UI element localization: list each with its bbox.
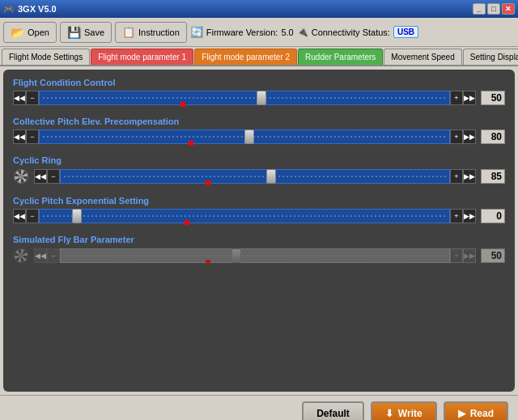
slider-dec-btn[interactable]: − (26, 129, 39, 144)
read-button[interactable]: ▶ Read (444, 401, 508, 421)
flight-condition-value: 50 (481, 91, 505, 105)
tab-bar: Flight Mode Settings Flight mode paramet… (0, 47, 518, 66)
usb-badge: USB (393, 26, 418, 38)
firmware-version: 5.0 (281, 28, 293, 37)
minimize-btn[interactable]: _ (473, 3, 486, 15)
cyclic-pitch-exp-label: Cyclic Pitch Exponential Setting (13, 196, 505, 206)
cyclic-pitch-exp-section: Cyclic Pitch Exponential Setting ◀◀ − + … (13, 196, 505, 223)
cyclic-ring-thumb[interactable] (266, 169, 276, 184)
flight-condition-label: Flight Condition Control (13, 78, 505, 87)
slider-dec-btn[interactable]: − (26, 209, 39, 223)
default-label: Default (316, 408, 350, 419)
instruction-button[interactable]: 📋 Instruction (115, 22, 187, 43)
instruction-label: Instruction (138, 28, 180, 37)
tab-label: Flight Mode Settings (9, 53, 83, 62)
slider-end-btn[interactable]: ▶▶ (463, 91, 476, 105)
slider-inc-btn[interactable]: + (450, 169, 463, 184)
write-icon: ⬇ (385, 408, 393, 419)
red-marker (206, 180, 210, 185)
cyclic-ring-section: Cyclic Ring ◀◀ − + ▶▶ 85 (13, 155, 505, 185)
app-icon: 🎮 (3, 4, 15, 15)
write-label: Write (398, 408, 422, 419)
slider-dec-btn[interactable]: − (47, 169, 60, 184)
cyclic-ring-row: ◀◀ − + ▶▶ 85 (13, 168, 505, 185)
connectivity-arrow-icon: 🔌 (297, 27, 308, 37)
maximize-btn[interactable]: □ (487, 3, 500, 15)
toolbar: 📂 Open 💾 Save 📋 Instruction 🔄 Firmware V… (0, 18, 518, 47)
app-title: 3GX V5.0 (18, 4, 57, 14)
red-marker (206, 260, 210, 265)
track-dots (43, 216, 446, 217)
slider-start-btn[interactable]: ◀◀ (13, 209, 26, 223)
tab-setting-display[interactable]: Setting Display (463, 49, 518, 65)
folder-icon: 📂 (11, 26, 24, 39)
tab-flight-mode-param-2[interactable]: Flight mode parameter 2 (194, 49, 297, 65)
collective-pitch-thumb[interactable] (244, 129, 254, 144)
cyclic-pitch-exp-value: 0 (481, 209, 505, 223)
tab-flight-mode-param-1[interactable]: Flight mode parameter 1 (91, 49, 193, 65)
cyclic-pitch-exp-track[interactable] (39, 209, 450, 223)
track-dots (64, 176, 446, 177)
collective-pitch-row: ◀◀ − + ▶▶ 80 (13, 129, 505, 144)
flight-condition-thumb[interactable] (257, 91, 266, 105)
open-label: Open (28, 28, 49, 37)
simulated-flybar-icon[interactable] (13, 248, 29, 264)
slider-end-btn[interactable]: ▶▶ (463, 169, 476, 184)
cyclic-ring-controls: ◀◀ − + ▶▶ (34, 169, 476, 184)
title-bar: 🎮 3GX V5.0 _ □ ✕ (0, 0, 518, 18)
tab-flight-mode-settings[interactable]: Flight Mode Settings (2, 49, 90, 65)
slider-start-btn[interactable]: ◀◀ (34, 169, 47, 184)
bottom-bar: Default ⬇ Write ▶ Read (0, 395, 518, 420)
slider-end-btn[interactable]: ▶▶ (463, 129, 476, 144)
save-button[interactable]: 💾 Save (60, 22, 112, 43)
firmware-text: Firmware Version: (206, 28, 278, 37)
open-button[interactable]: 📂 Open (3, 22, 57, 43)
connectivity-text: Connectivity Status: (312, 28, 390, 37)
gear-icon (14, 248, 28, 263)
track-dots (64, 256, 446, 257)
slider-inc-btn[interactable]: + (450, 129, 463, 144)
slider-dec-btn[interactable]: − (26, 91, 39, 105)
gear-icon (14, 169, 28, 184)
cyclic-ring-track[interactable] (60, 169, 450, 184)
collective-pitch-track[interactable] (39, 129, 450, 144)
flight-condition-track[interactable] (39, 91, 450, 105)
cyclic-pitch-exp-thumb[interactable] (72, 209, 82, 223)
instruction-icon: 📋 (122, 26, 135, 38)
save-label: Save (84, 28, 104, 37)
slider-inc-btn[interactable]: + (450, 91, 463, 105)
tab-label: Movement Speed (391, 53, 454, 62)
cyclic-ring-label: Cyclic Ring (13, 155, 505, 165)
flight-condition-row: ◀◀ − + ▶▶ 50 (13, 91, 505, 105)
tab-movement-speed[interactable]: Movement Speed (384, 49, 461, 65)
collective-pitch-controls: ◀◀ − + ▶▶ (13, 129, 476, 144)
firmware-icon: 🔄 (190, 26, 203, 38)
simulated-flybar-label: Simulated Fly Bar Parameter (13, 235, 505, 244)
save-icon: 💾 (67, 26, 81, 39)
slider-dec-btn: − (47, 248, 60, 263)
tab-rudder-parameters[interactable]: Rudder Parameters (298, 49, 383, 65)
collective-pitch-value: 80 (481, 129, 505, 144)
flight-condition-controls: ◀◀ − + ▶▶ (13, 91, 476, 105)
collective-pitch-section: Collective Pitch Elev. Precompensation ◀… (13, 117, 505, 144)
default-button[interactable]: Default (302, 401, 364, 421)
slider-end-btn[interactable]: ▶▶ (463, 209, 476, 223)
close-btn[interactable]: ✕ (502, 3, 515, 15)
main-content: Flight Condition Control ◀◀ − + ▶▶ 50 Co… (3, 70, 515, 392)
write-button[interactable]: ⬇ Write (371, 401, 437, 421)
cyclic-ring-value: 85 (481, 169, 505, 184)
read-icon: ▶ (458, 408, 465, 419)
tab-label: Rudder Parameters (305, 53, 376, 62)
slider-inc-btn[interactable]: + (450, 209, 463, 223)
red-marker (180, 102, 185, 107)
window-controls: _ □ ✕ (473, 3, 515, 15)
flight-condition-section: Flight Condition Control ◀◀ − + ▶▶ 50 (13, 78, 505, 105)
slider-start-btn[interactable]: ◀◀ (13, 91, 26, 105)
red-marker (189, 141, 193, 146)
cyclic-ring-icon[interactable] (13, 168, 29, 185)
slider-start-btn[interactable]: ◀◀ (13, 129, 26, 144)
connectivity-info: 🔌 Connectivity Status: USB (297, 26, 418, 38)
simulated-flybar-value: 50 (481, 248, 505, 263)
tab-label: Setting Display (470, 53, 518, 62)
collective-pitch-label: Collective Pitch Elev. Precompensation (13, 117, 505, 126)
